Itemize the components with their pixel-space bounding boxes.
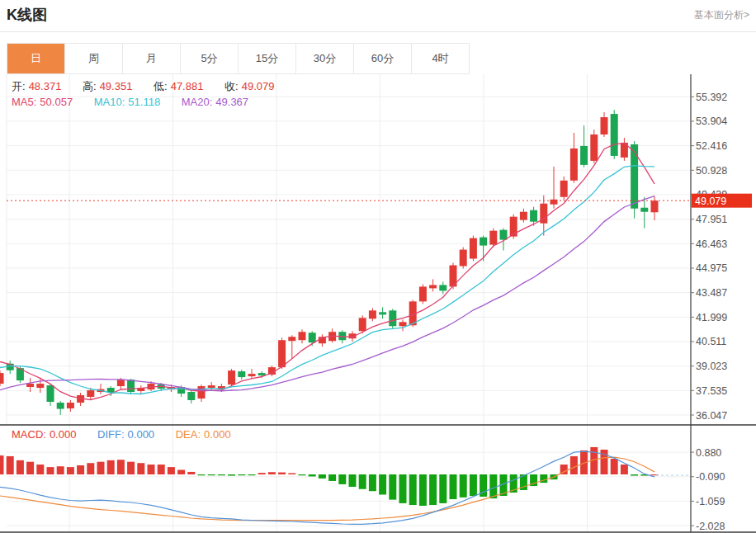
macd-axis-tick: 0.880: [696, 447, 721, 459]
macd-bar: [57, 466, 64, 474]
candle-body: [47, 385, 54, 402]
macd-bar: [17, 460, 24, 474]
low-value: 47.881: [171, 80, 204, 92]
candle-body: [26, 384, 34, 387]
macd-bar: [268, 472, 276, 474]
macd-bar: [338, 474, 346, 484]
candle-body: [570, 149, 578, 181]
kline-page: K线图 基本面分析> 日周月5分15分30分60分4时 开:48.371 高:4…: [0, 0, 756, 533]
macd-bar: [299, 474, 306, 475]
candle-body: [87, 390, 94, 397]
macd-bar: [218, 474, 225, 475]
candle-body: [631, 144, 638, 209]
macd-bar: [409, 474, 417, 505]
diff-value: 0.000: [128, 428, 155, 441]
macd-bar: [77, 465, 84, 474]
candle-body: [228, 370, 235, 384]
macd-bar: [127, 462, 135, 474]
candle-body: [359, 318, 366, 331]
macd-bar: [148, 465, 155, 474]
macd-label: MACD:: [12, 428, 46, 441]
candle-body: [560, 181, 568, 197]
low-label: 低:: [154, 80, 168, 92]
candle-body: [550, 200, 558, 205]
price-axis-tick: 37.535: [696, 385, 727, 397]
macd-bar: [570, 456, 578, 474]
ma10-value: 51.118: [128, 96, 160, 108]
close-label: 收:: [224, 80, 239, 92]
candle-body: [36, 384, 44, 388]
candle-body: [369, 310, 376, 318]
macd-bar: [158, 465, 165, 474]
macd-bar: [611, 459, 618, 474]
candle-body: [489, 231, 497, 245]
open-value: 48.371: [29, 80, 62, 92]
macd-value: 0.000: [50, 428, 77, 441]
candle-body: [288, 337, 295, 341]
macd-bar: [328, 474, 336, 481]
open-label: 开:: [12, 80, 26, 92]
macd-bar: [419, 474, 427, 506]
macd-bar: [97, 462, 105, 474]
macd-bar: [67, 467, 74, 474]
macd-bar: [631, 474, 638, 476]
price-axis-tick: 43.487: [696, 287, 727, 299]
ohlc-row: 开:48.371 高:49.351 低:47.881 收:49.079: [12, 79, 277, 94]
candle-body: [530, 210, 537, 222]
macd-bar: [87, 463, 94, 474]
candle-body: [460, 250, 467, 266]
ma5-value: 50.057: [40, 96, 73, 108]
macd-bar: [389, 474, 396, 500]
macd-bar: [228, 474, 235, 476]
candle-body: [57, 403, 64, 409]
ma-row: MA5:50.057 MA10:51.118 MA20:49.367: [12, 96, 252, 108]
macd-bar: [369, 474, 376, 491]
macd-bar: [319, 474, 326, 479]
macd-bar: [198, 474, 206, 475]
ma5-line: [0, 143, 654, 399]
macd-bar: [168, 467, 175, 474]
candle-body: [419, 286, 427, 301]
macd-bar: [238, 474, 245, 475]
candle-body: [208, 385, 215, 388]
macd-bar: [26, 462, 34, 474]
candle-body: [238, 371, 245, 377]
macd-bar: [36, 465, 44, 474]
dea-value: 0.000: [204, 428, 231, 441]
diff-label: DIFF:: [97, 428, 125, 441]
price-axis-tick: 55.392: [696, 92, 727, 103]
price-axis-tick: 36.047: [696, 410, 727, 422]
candle-body: [299, 332, 306, 340]
price-axis-tick: 46.463: [696, 238, 727, 250]
candle-body: [439, 285, 447, 290]
macd-bar: [309, 474, 316, 476]
macd-bar: [0, 455, 4, 474]
candle-body: [389, 310, 396, 326]
macd-axis-tick: -0.090: [696, 471, 725, 483]
candle-body: [590, 134, 598, 161]
ma10-label: MA10:: [94, 96, 125, 108]
candle-body: [520, 212, 527, 220]
macd-bar: [258, 473, 266, 474]
candle-body: [187, 392, 195, 400]
macd-axis-tick: -2.028: [696, 521, 725, 532]
candle-body: [309, 333, 316, 342]
macd-bar: [429, 474, 437, 505]
macd-bar: [288, 473, 295, 474]
candle-body: [278, 340, 286, 367]
ma20-label: MA20:: [182, 96, 213, 108]
macd-bar: [7, 456, 14, 474]
macd-bar: [187, 472, 195, 474]
macd-bar: [489, 474, 497, 498]
current-price-label: 49.079: [695, 196, 726, 207]
candle-body: [500, 230, 508, 240]
candle-body: [399, 322, 407, 326]
macd-bar: [349, 474, 357, 487]
price-axis-tick: 52.416: [696, 140, 727, 152]
candle-body: [67, 403, 74, 408]
price-axis-tick: 41.999: [696, 312, 727, 323]
candle-body: [379, 312, 386, 314]
macd-bar: [399, 474, 407, 503]
candle-body: [248, 374, 256, 376]
candle-body: [611, 114, 618, 156]
